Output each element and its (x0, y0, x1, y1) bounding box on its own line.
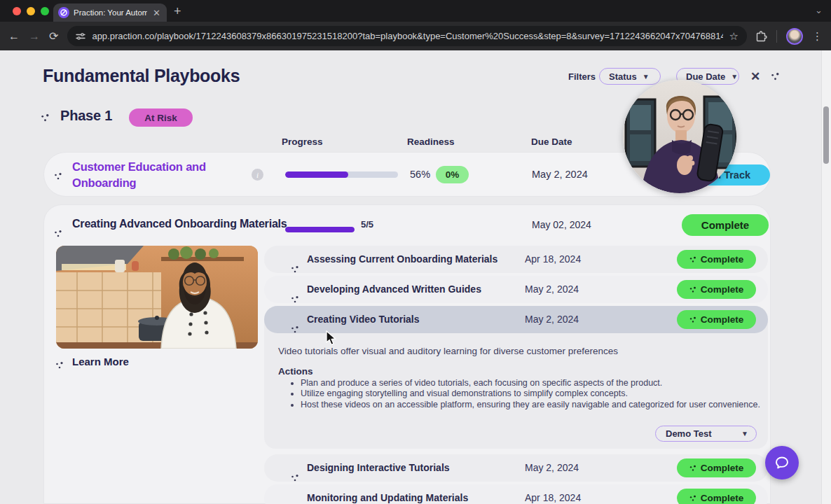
column-header-readiness: Readiness (407, 136, 455, 147)
column-header-due-date: Due Date (531, 136, 572, 147)
learn-more-link[interactable]: Learn More (72, 356, 129, 368)
playbook-progress-percent: 56% (410, 169, 430, 180)
chevron-down-icon: ▼ (741, 430, 748, 438)
task-status-label: Complete (701, 284, 744, 295)
task-title: Developing Advanced Written Guides (307, 276, 481, 303)
close-window-icon[interactable] (13, 7, 21, 15)
readiness-badge: 0% (436, 166, 469, 183)
task-due-date: May 2, 2024 (525, 276, 579, 303)
task-list: Video tutorials offer visual and auditor… (264, 205, 769, 504)
info-icon[interactable]: i (252, 169, 263, 181)
task-title: Assessing Current Onboarding Materials (307, 246, 497, 273)
task-due-date: Apr 18, 2024 (525, 484, 581, 504)
task-status-button[interactable]: Complete (677, 489, 756, 504)
phase-title: Phase 1 (60, 108, 112, 124)
status-filter-value: Status (609, 71, 637, 82)
task-status-button[interactable]: Complete (677, 280, 756, 299)
task-row[interactable]: Developing Advanced Written Guides May 2… (264, 276, 768, 303)
task-status-label: Complete (701, 254, 744, 265)
section-drag-handle-icon[interactable] (54, 228, 62, 241)
toolbar-divider (776, 30, 777, 43)
back-icon[interactable]: ← (8, 30, 20, 43)
tab-title: Praction: Your Automated CR (74, 8, 147, 17)
extensions-icon[interactable] (756, 31, 767, 42)
minimize-window-icon[interactable] (27, 7, 35, 15)
playbook-progress-bar (285, 172, 398, 178)
task-row[interactable]: Monitoring and Updating Materials Apr 18… (264, 484, 768, 504)
action-item: Utilize engaging storytelling and visual… (301, 388, 760, 399)
chevron-down-icon: ▼ (643, 73, 650, 80)
task-row[interactable]: Designing Interactive Tutorials May 2, 2… (264, 454, 768, 482)
task-due-date: May 2, 2024 (525, 454, 579, 482)
phase-drag-handle-icon[interactable] (41, 113, 50, 125)
task-status-button[interactable]: Complete (677, 250, 756, 269)
playbook-drag-handle-icon[interactable] (54, 171, 62, 183)
mouse-cursor (325, 330, 338, 349)
bookmark-star-icon[interactable]: ☆ (729, 30, 739, 43)
section-card: Creating Advanced Onboarding Materials 5… (43, 204, 771, 504)
scrollbar-thumb[interactable] (823, 106, 829, 164)
profile-avatar[interactable] (786, 28, 803, 45)
page-content: Fundamental Playbooks Filters Status ▼ D… (0, 50, 831, 504)
zoom-window-icon[interactable] (41, 7, 49, 15)
forward-icon[interactable]: → (29, 30, 40, 43)
browser-tab[interactable]: Praction: Your Automated CR ✕ (53, 4, 167, 22)
reload-icon[interactable]: ⟳ (49, 30, 58, 43)
action-item: Host these videos on an accessible platf… (301, 400, 760, 410)
task-row[interactable]: Assessing Current Onboarding Materials A… (264, 246, 768, 273)
actions-list: Plan and produce a series of video tutor… (301, 378, 760, 410)
playbook-title: Customer Education and Onboarding (72, 159, 230, 191)
task-status-button[interactable]: Complete (677, 310, 756, 329)
page-title: Fundamental Playbooks (43, 66, 240, 86)
filters-label: Filters (568, 71, 596, 82)
tabstrip-chevron-icon[interactable]: ⌄ (815, 5, 823, 15)
url-bar[interactable]: app.praction.co/playbook/1712243608379x8… (67, 26, 747, 46)
task-status-label: Complete (701, 463, 744, 473)
task-row-selected[interactable]: Creating Video Tutorials May 2, 2024 Com… (264, 306, 768, 333)
task-title: Creating Video Tutorials (307, 306, 420, 333)
tab-close-icon[interactable]: ✕ (151, 8, 162, 18)
task-title: Monitoring and Updating Materials (307, 484, 468, 504)
playbook-progress-fill (285, 172, 348, 178)
site-settings-icon[interactable] (76, 31, 85, 41)
url-text: app.praction.co/playbook/1712243608379x8… (92, 31, 722, 41)
actions-label: Actions (278, 366, 313, 377)
phase-status-badge: At Risk (129, 108, 193, 127)
task-status-button[interactable]: Complete (677, 458, 756, 477)
praction-favicon-icon (58, 7, 69, 18)
learn-more-icon (55, 360, 64, 372)
help-chat-button[interactable] (765, 446, 799, 479)
section-illustration (56, 246, 258, 349)
chat-bubble-icon (774, 455, 790, 470)
new-tab-button[interactable]: + (174, 4, 181, 19)
browser-window: Praction: Your Automated CR ✕ + ⌄ ← → ⟳ … (0, 0, 831, 504)
section-title: Creating Advanced Onboarding Materials (72, 218, 287, 230)
tab-strip: Praction: Your Automated CR ✕ + ⌄ (0, 0, 831, 22)
window-controls (13, 7, 49, 15)
webcam-overlay (623, 80, 736, 193)
browser-menu-icon[interactable]: ⋮ (812, 30, 823, 43)
action-item: Plan and produce a series of video tutor… (301, 378, 760, 388)
task-due-date: Apr 18, 2024 (525, 246, 581, 273)
column-header-progress: Progress (282, 136, 323, 147)
task-status-label: Complete (701, 314, 744, 325)
demo-test-value: Demo Test (666, 428, 741, 439)
close-icon[interactable]: ✕ (750, 69, 760, 84)
browser-toolbar: ← → ⟳ app.praction.co/playbook/171224360… (0, 22, 831, 50)
demo-test-dropdown[interactable]: Demo Test ▼ (655, 426, 757, 442)
task-due-date: May 2, 2024 (525, 306, 579, 333)
task-title: Designing Interactive Tutorials (307, 454, 450, 482)
due-date-filter-value: Due Date (686, 71, 725, 82)
playbook-due-date: May 2, 2024 (532, 169, 588, 180)
task-status-label: Complete (701, 493, 744, 503)
status-filter-dropdown[interactable]: Status ▼ (599, 68, 661, 85)
chevron-down-icon: ▼ (731, 73, 738, 80)
more-options-icon[interactable] (771, 71, 780, 84)
